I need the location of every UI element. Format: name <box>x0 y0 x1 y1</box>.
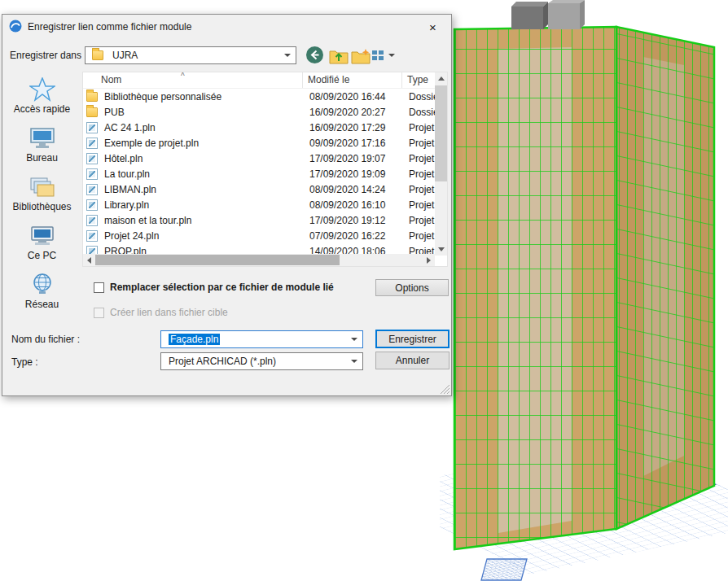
scroll-left-icon[interactable] <box>83 254 95 266</box>
dialog-titlebar[interactable]: Enregistrer lien comme fichier module × <box>2 15 451 39</box>
resize-grip[interactable] <box>439 383 450 394</box>
horizontal-scrollbar-thumb[interactable] <box>95 255 340 265</box>
filetype-combobox[interactable]: Projet ARCHICAD (*.pln) <box>160 352 363 370</box>
file-name: PUB <box>103 107 305 118</box>
file-row[interactable]: Hôtel.pln 17/09/2020 19:07 Projet . <box>83 151 435 166</box>
file-list: Bibliothèque personnalisée 08/09/2020 16… <box>83 89 435 256</box>
filename-value[interactable]: Façade.pln <box>169 334 220 345</box>
replace-selection-label: Remplacer sélection par ce fichier de mo… <box>110 282 334 293</box>
up-one-level-button[interactable] <box>329 48 349 64</box>
file-row[interactable]: Exemple de projet.pln 09/09/2020 17:16 P… <box>83 135 435 151</box>
file-modified: 08/09/2020 14:24 <box>305 184 404 195</box>
vertical-scrollbar-thumb[interactable] <box>435 85 447 181</box>
file-type-icon <box>86 168 98 180</box>
sidebar-item-label: Ce PC <box>2 250 81 261</box>
sidebar-item-quick-access[interactable]: Accès rapide <box>2 73 81 122</box>
file-row[interactable]: LIBMAN.pln 08/09/2020 14:24 Projet . <box>83 181 435 197</box>
tower-right-face <box>616 27 714 529</box>
file-name: Projet 24.pln <box>103 230 305 242</box>
vertical-scrollbar[interactable] <box>435 72 447 256</box>
file-row[interactable]: Library.pln 08/09/2020 16:10 Projet . <box>83 197 435 212</box>
file-row[interactable]: Projet 24.pln 07/09/2020 16:22 Projet . <box>83 228 435 243</box>
create-link-label: Créer lien dans fichier cible <box>110 307 228 318</box>
file-modified: 08/09/2020 16:10 <box>305 199 404 211</box>
scroll-down-icon[interactable] <box>435 243 447 256</box>
save-module-dialog: Enregistrer lien comme fichier module × … <box>2 14 452 396</box>
back-button[interactable] <box>305 46 324 64</box>
chevron-down-icon <box>388 54 395 57</box>
file-row[interactable]: PUB 16/09/2020 20:27 Dossie <box>83 104 435 120</box>
sidebar-item-desktop[interactable]: Bureau <box>2 122 81 171</box>
column-header-modified[interactable]: Modifié le <box>303 72 402 88</box>
save-button[interactable]: Enregistrer <box>375 330 450 348</box>
new-folder-button[interactable] <box>351 48 371 64</box>
file-name: Exemple de projet.pln <box>103 138 305 149</box>
file-type-icon <box>86 215 98 226</box>
file-modified: 17/09/2020 19:09 <box>305 168 404 180</box>
horizontal-scrollbar[interactable] <box>83 254 435 266</box>
grid-stamp <box>481 559 527 580</box>
create-link-option: Créer lien dans fichier cible <box>94 307 228 318</box>
file-modified: 09/09/2020 17:16 <box>305 138 404 149</box>
column-header-label: Modifié le <box>308 74 349 85</box>
file-row[interactable]: Bibliothèque personnalisée 08/09/2020 16… <box>83 89 435 104</box>
chevron-down-icon[interactable] <box>351 360 357 363</box>
options-button[interactable]: Options <box>375 279 449 296</box>
file-name: AC 24 1.pln <box>103 122 305 133</box>
desktop-icon <box>2 126 81 151</box>
replace-selection-checkbox[interactable] <box>94 282 104 293</box>
views-menu-button[interactable] <box>371 49 395 62</box>
chevron-down-icon <box>284 54 291 57</box>
file-row[interactable]: La tour.pln 17/09/2020 19:09 Projet . <box>83 166 435 181</box>
file-row[interactable]: AC 24 1.pln 16/09/2020 17:29 Projet . <box>83 120 435 135</box>
file-name: Library.pln <box>103 199 305 211</box>
file-modified: 17/09/2020 19:07 <box>305 153 404 164</box>
column-header-nom[interactable]: ^ Nom <box>83 72 303 88</box>
sidebar-item-libraries[interactable]: Bibliothèques <box>2 171 81 220</box>
filetype-label: Type : <box>11 356 38 368</box>
sidebar-item-label: Bureau <box>2 152 81 164</box>
file-row[interactable]: maison et la tour.pln 17/09/2020 19:12 P… <box>83 212 435 228</box>
places-sidebar: Accès rapide Bureau Bibliot <box>2 73 81 317</box>
file-kind: Projet . <box>404 122 435 133</box>
rooftop-equipment <box>511 0 585 29</box>
file-type-icon <box>86 107 98 117</box>
file-modified: 08/09/2020 16:44 <box>305 91 404 103</box>
cancel-button[interactable]: Annuler <box>375 352 450 369</box>
back-icon <box>305 46 324 64</box>
file-list-view: ^ Nom Modifié le Type Bibliothèque perso… <box>82 72 448 267</box>
libraries-icon <box>2 175 81 200</box>
file-modified: 07/09/2020 16:22 <box>305 230 404 242</box>
file-modified: 16/09/2020 17:29 <box>305 122 404 133</box>
scroll-right-icon[interactable] <box>423 254 435 266</box>
save-in-combobox[interactable]: UJRA <box>85 46 296 64</box>
new-folder-icon <box>351 48 371 64</box>
column-header-label: Type <box>407 74 428 85</box>
filename-combobox[interactable]: Façade.pln <box>160 330 363 348</box>
file-type-icon <box>86 184 98 195</box>
save-in-value: UJRA <box>112 50 284 61</box>
sidebar-item-network[interactable]: Réseau <box>2 269 81 317</box>
dialog-title: Enregistrer lien comme fichier module <box>28 21 414 33</box>
sidebar-item-this-pc[interactable]: Ce PC <box>2 220 81 269</box>
file-kind: Projet . <box>404 215 435 226</box>
filetype-value: Projet ARCHICAD (*.pln) <box>169 356 351 367</box>
file-modified: 17/09/2020 19:12 <box>305 215 404 226</box>
file-kind: Projet . <box>404 230 435 242</box>
file-kind: Dossie <box>404 91 435 103</box>
chevron-down-icon[interactable] <box>351 338 357 341</box>
file-kind: Projet . <box>404 153 435 164</box>
file-kind: Projet . <box>404 168 435 180</box>
close-icon[interactable]: × <box>414 15 451 39</box>
file-name: maison et la tour.pln <box>103 215 305 226</box>
file-list-header: ^ Nom Modifié le Type <box>83 72 435 89</box>
replace-selection-option: Remplacer sélection par ce fichier de mo… <box>94 282 334 293</box>
archicad-logo-icon <box>9 20 22 35</box>
scroll-up-icon[interactable] <box>435 72 447 85</box>
computer-icon <box>2 224 81 249</box>
sidebar-item-label: Accès rapide <box>2 103 81 115</box>
save-in-label: Enregistrer dans : <box>10 50 87 61</box>
file-name: Bibliothèque personnalisée <box>103 91 305 103</box>
column-header-type[interactable]: Type <box>402 72 435 88</box>
file-name: La tour.pln <box>103 168 305 180</box>
